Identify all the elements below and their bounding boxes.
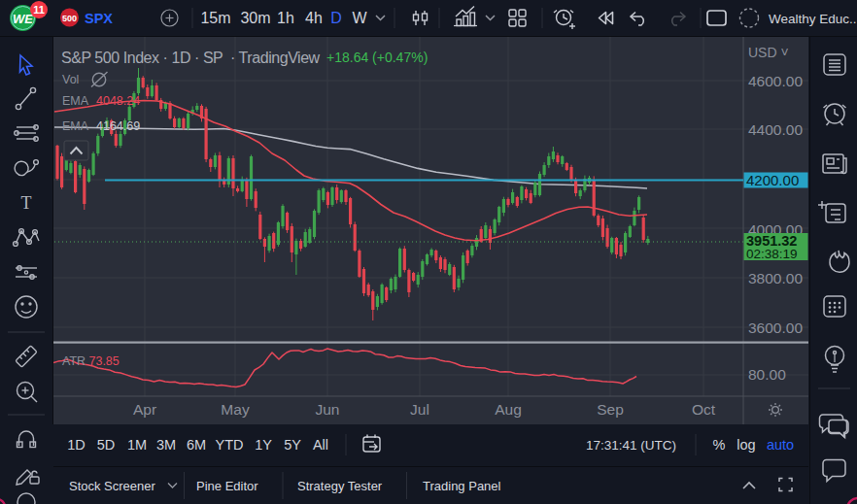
svg-text:4h: 4h	[305, 10, 323, 26]
svg-text:4200.00: 4200.00	[746, 172, 799, 188]
svg-text:Aug: Aug	[495, 401, 522, 418]
svg-text:4400.00: 4400.00	[748, 121, 803, 138]
svg-text:Apr: Apr	[133, 401, 156, 418]
svg-text:auto: auto	[767, 437, 794, 453]
svg-text:4600.00: 4600.00	[748, 73, 803, 89]
svg-text:W: W	[352, 10, 367, 26]
svg-text:Strategy Tester: Strategy Tester	[297, 479, 383, 493]
svg-text:17:31:41 (UTC): 17:31:41 (UTC)	[586, 438, 676, 453]
svg-text:11: 11	[33, 4, 45, 16]
svg-text:D: D	[330, 10, 342, 26]
svg-text:4164.69: 4164.69	[96, 119, 140, 133]
svg-text:All: All	[313, 437, 328, 453]
svg-text:May: May	[221, 401, 250, 418]
svg-text:USD ˅: USD ˅	[748, 45, 789, 60]
svg-text:500: 500	[62, 14, 77, 23]
svg-text:log: log	[737, 437, 755, 453]
svg-text:Jun: Jun	[316, 401, 340, 418]
svg-text:S&P 500 Index · 1D · SP · Tra: S&P 500 Index · 1D · SP · TradingView	[61, 50, 321, 66]
svg-text:+18.64 (+0.47%): +18.64 (+0.47%)	[326, 50, 428, 65]
svg-text:Jul: Jul	[410, 401, 429, 418]
svg-text:30m: 30m	[240, 10, 270, 26]
svg-text:Pine Editor: Pine Editor	[196, 479, 258, 493]
svg-text:4048.24: 4048.24	[96, 94, 140, 108]
svg-text:T: T	[21, 193, 32, 213]
svg-text:80.00: 80.00	[748, 366, 786, 383]
svg-text:Wealthy Educ...: Wealthy Educ...	[769, 12, 857, 26]
svg-text:3600.00: 3600.00	[748, 319, 803, 336]
svg-text:3M: 3M	[156, 437, 176, 453]
svg-text:5Y: 5Y	[284, 437, 301, 453]
svg-text:ATR: ATR	[62, 354, 86, 368]
svg-text:02:38:19: 02:38:19	[746, 247, 798, 261]
svg-text:5D: 5D	[97, 437, 116, 453]
svg-text:1D: 1D	[67, 437, 86, 453]
svg-text:EMA: EMA	[62, 94, 89, 108]
svg-text:Stock Screener: Stock Screener	[69, 479, 156, 493]
svg-text:6M: 6M	[187, 437, 206, 453]
svg-text:15m: 15m	[200, 10, 230, 26]
svg-text:1M: 1M	[127, 437, 147, 453]
svg-text:SPX: SPX	[85, 11, 113, 26]
svg-text:Sep: Sep	[597, 401, 624, 418]
svg-text:Vol: Vol	[62, 73, 79, 86]
svg-text:WE: WE	[13, 12, 33, 26]
svg-text:YTD: YTD	[216, 437, 244, 453]
svg-text:3800.00: 3800.00	[748, 270, 803, 286]
svg-text:%: %	[713, 437, 726, 453]
svg-text:1h: 1h	[277, 10, 294, 26]
svg-text:73.85: 73.85	[86, 354, 120, 368]
svg-text:1Y: 1Y	[255, 437, 272, 453]
svg-text:Trading Panel: Trading Panel	[423, 479, 501, 493]
svg-text:Oct: Oct	[692, 401, 716, 418]
svg-text:EMA: EMA	[62, 119, 89, 133]
